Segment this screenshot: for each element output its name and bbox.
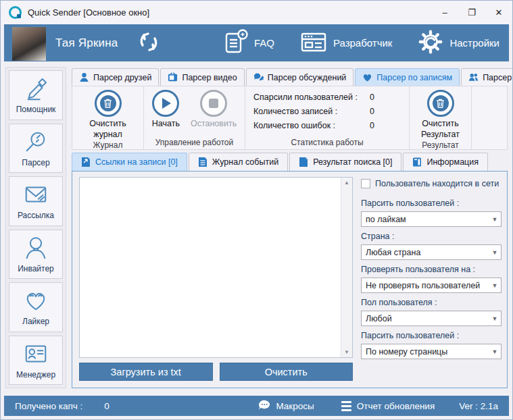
stop-button[interactable]: [200, 90, 227, 117]
developer-button[interactable]: Разработчик: [300, 30, 392, 57]
ribbon-toolbar: Очистить журнал Журнал Начать: [72, 86, 508, 150]
refresh-icon: [137, 30, 160, 56]
tab-search-result[interactable]: Результат поиска [0]: [289, 153, 401, 171]
tab-label: Парсер друзей: [93, 73, 151, 82]
sidebar-item-label: Менеджер: [16, 370, 55, 379]
stat-row: Спарсили пользователей : 0: [248, 90, 406, 104]
inner-tab-label: Результат поиска [0]: [313, 157, 392, 167]
chat-bubble-icon: [258, 400, 270, 413]
stat-label: Количество записей :: [253, 107, 362, 116]
tab-label: Парсер групп: [483, 73, 513, 82]
clear-result-button[interactable]: [427, 90, 454, 117]
stat-value: 0: [362, 121, 374, 130]
maximize-button[interactable]: ❐: [458, 1, 485, 24]
sidebar-item-manager[interactable]: Менеджер: [9, 336, 63, 386]
scroll-up-icon[interactable]: ▲: [344, 180, 349, 186]
magnifier-icon: [23, 129, 49, 155]
sidebar-item-inviter[interactable]: Инвайтер: [9, 230, 63, 280]
settings-button[interactable]: Настройки: [418, 29, 499, 57]
stat-row: Количество записей : 0: [248, 104, 406, 118]
parse-users-select[interactable]: по лайкам ▼: [361, 211, 502, 227]
id-card-icon: [23, 341, 49, 367]
refresh-button[interactable]: [137, 30, 160, 56]
window-title: Quick Sender [Основное окно]: [28, 7, 149, 18]
select-value: Любая страна: [366, 248, 489, 257]
link-note-icon: [81, 157, 91, 167]
clear-result-label: Очистить Результат: [417, 119, 464, 140]
minimize-button[interactable]: –: [431, 1, 458, 24]
group-caption: Статистика работы: [248, 137, 406, 149]
checkbox-label: Пользователь находится в сети: [375, 179, 499, 188]
status-bar: Получено капч : 0 Макросы Отчет обновлен…: [4, 396, 509, 416]
check-user-select[interactable]: Не проверять пользователей ▼: [361, 278, 502, 293]
tab-information[interactable]: Информация: [403, 153, 488, 171]
stat-label: Количество ошибок :: [253, 121, 362, 130]
tab-parser-friends[interactable]: Парсер друзей: [72, 68, 159, 86]
sidebar-item-helper[interactable]: Помощник: [9, 70, 63, 120]
tab-post-links[interactable]: Ссылки на записи [0]: [72, 153, 187, 171]
tab-parser-posts[interactable]: Парсер по записям: [355, 68, 460, 86]
settings-label: Настройки: [449, 37, 499, 49]
captcha-label: Получено капч :: [15, 401, 82, 411]
parse-mode-select[interactable]: По номеру страницы ▼: [361, 344, 502, 359]
document-icon: [299, 157, 308, 167]
avatar[interactable]: [12, 27, 46, 61]
group-caption: Управление работой: [147, 137, 242, 149]
faq-icon: [224, 29, 248, 57]
options-panel: Пользователь находится в сети Парсить по…: [361, 177, 502, 381]
vertical-scrollbar[interactable]: ▲ ▼: [341, 178, 352, 357]
chevron-down-icon: ▼: [489, 282, 501, 289]
inner-tab-label: Журнал событий: [212, 157, 278, 167]
play-icon: [162, 98, 171, 109]
captcha-value: 0: [104, 401, 109, 411]
hamburger-icon: [341, 401, 351, 411]
user-online-checkbox-row[interactable]: Пользователь находится в сети: [361, 179, 502, 188]
post-links-listbox[interactable]: ▲ ▼: [79, 177, 353, 358]
select-value: Любой: [366, 314, 489, 323]
parse-users-label: Парсить пользователей :: [361, 199, 502, 208]
trash-icon: [433, 95, 449, 111]
developer-icon: [300, 30, 327, 57]
tab-parser-groups[interactable]: Парсер групп: [461, 68, 513, 86]
sidebar-item-label: Рассылка: [18, 211, 54, 220]
gear-icon: [418, 29, 443, 57]
check-user-label: Проверять пользователя на :: [361, 265, 502, 274]
country-select[interactable]: Любая страна ▼: [361, 244, 502, 260]
tab-event-log[interactable]: Журнал событий: [189, 153, 288, 171]
tab-parser-discussions[interactable]: Парсер обсуждений: [246, 68, 354, 86]
macros-button[interactable]: Макросы: [258, 400, 314, 413]
chevron-down-icon: ▼: [489, 315, 501, 322]
list-area[interactable]: [80, 178, 341, 357]
close-button[interactable]: ✕: [485, 1, 512, 24]
stop-label: Остановить: [191, 119, 237, 130]
tab-label: Парсер видео: [182, 73, 237, 82]
sidebar: Помощник Парсер Рассылка: [5, 67, 66, 388]
tab-parser-video[interactable]: Парсер видео: [160, 68, 244, 86]
chevron-down-icon: ▼: [489, 249, 501, 256]
checkbox-icon[interactable]: [361, 179, 370, 188]
update-report-button[interactable]: Отчет обновления: [341, 401, 435, 411]
start-button[interactable]: [152, 90, 179, 117]
title-bar: Quick Sender [Основное окно] – ❐ ✕: [1, 1, 512, 24]
group-caption: Результат: [412, 140, 468, 151]
chevron-down-icon: ▼: [489, 216, 501, 223]
load-from-txt-button[interactable]: Загрузить из txt: [79, 363, 213, 381]
scroll-down-icon[interactable]: ▼: [344, 349, 349, 355]
pencil-icon: [23, 76, 49, 101]
gender-select[interactable]: Любой ▼: [361, 311, 502, 326]
select-value: по лайкам: [366, 215, 489, 224]
trash-icon: [100, 95, 116, 111]
clear-journal-button[interactable]: [95, 90, 122, 117]
clear-list-button[interactable]: Очистить: [220, 363, 353, 381]
parser-tab-strip: Парсер друзей Парсер видео Парсер обсужд…: [72, 67, 508, 86]
faq-button[interactable]: FAQ: [224, 29, 274, 57]
gender-label: Пол пользователя :: [361, 298, 502, 307]
sidebar-item-liker[interactable]: Лайкер: [9, 282, 63, 332]
tab-label: Парсер обсуждений: [268, 73, 347, 82]
heart-icon: [362, 72, 372, 82]
sidebar-item-mailing[interactable]: Рассылка: [9, 176, 63, 226]
stat-row: Количество ошибок : 0: [248, 118, 406, 132]
sidebar-item-parser[interactable]: Парсер: [9, 124, 63, 174]
group-caption: Журнал: [75, 140, 141, 151]
stat-label: Спарсили пользователей :: [253, 93, 362, 102]
